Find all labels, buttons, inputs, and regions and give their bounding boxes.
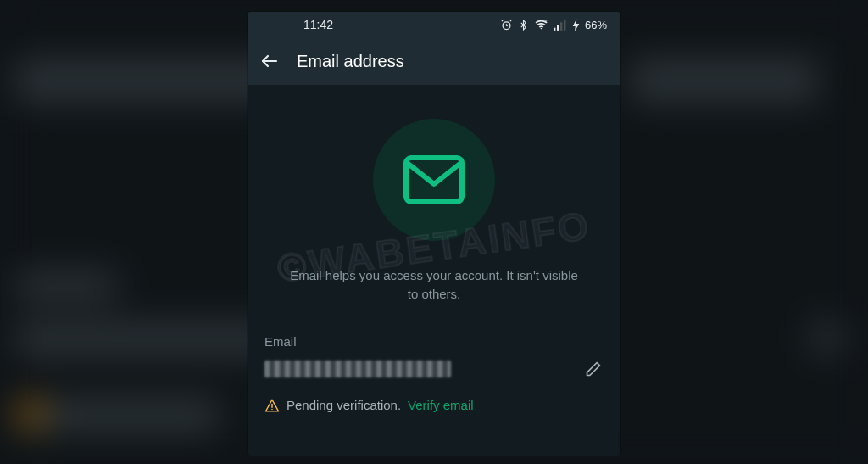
edit-button[interactable] bbox=[583, 359, 604, 379]
battery-percent: 66% bbox=[585, 19, 607, 31]
svg-rect-5 bbox=[564, 20, 565, 31]
pending-text: Pending verification. bbox=[287, 398, 401, 412]
app-bar: Email address bbox=[248, 37, 620, 85]
arrow-left-icon bbox=[259, 51, 280, 71]
description-text: Email helps you access your account. It … bbox=[264, 266, 604, 304]
verification-status: Pending verification. Verify email bbox=[264, 398, 604, 413]
bluetooth-icon bbox=[518, 19, 529, 31]
wifi-icon: x bbox=[534, 19, 548, 31]
svg-rect-2 bbox=[554, 27, 555, 30]
envelope-icon bbox=[403, 155, 465, 204]
hero-circle bbox=[373, 119, 495, 241]
verify-email-link[interactable]: Verify email bbox=[408, 398, 474, 412]
svg-point-7 bbox=[271, 408, 273, 410]
svg-rect-4 bbox=[560, 22, 562, 31]
status-time: 11:42 bbox=[303, 18, 333, 31]
pencil-icon bbox=[585, 361, 602, 377]
alarm-icon bbox=[500, 19, 513, 31]
svg-text:x: x bbox=[545, 19, 548, 24]
charging-icon bbox=[572, 19, 580, 31]
svg-rect-3 bbox=[557, 25, 559, 30]
email-label: Email bbox=[264, 334, 604, 349]
page-title: Email address bbox=[297, 52, 404, 71]
email-field: Email Pending verification. Verify email bbox=[264, 334, 604, 413]
email-value[interactable] bbox=[264, 360, 571, 378]
signal-icon bbox=[554, 20, 567, 31]
warning-icon bbox=[264, 398, 280, 413]
hero bbox=[264, 119, 604, 241]
status-indicators: x 66% bbox=[500, 19, 607, 31]
phone-frame: 11:42 x 66% Email address bbox=[248, 12, 620, 456]
svg-rect-6 bbox=[406, 158, 462, 202]
status-bar: 11:42 x 66% bbox=[248, 12, 620, 37]
email-redacted bbox=[264, 361, 451, 377]
back-button[interactable] bbox=[258, 49, 281, 73]
